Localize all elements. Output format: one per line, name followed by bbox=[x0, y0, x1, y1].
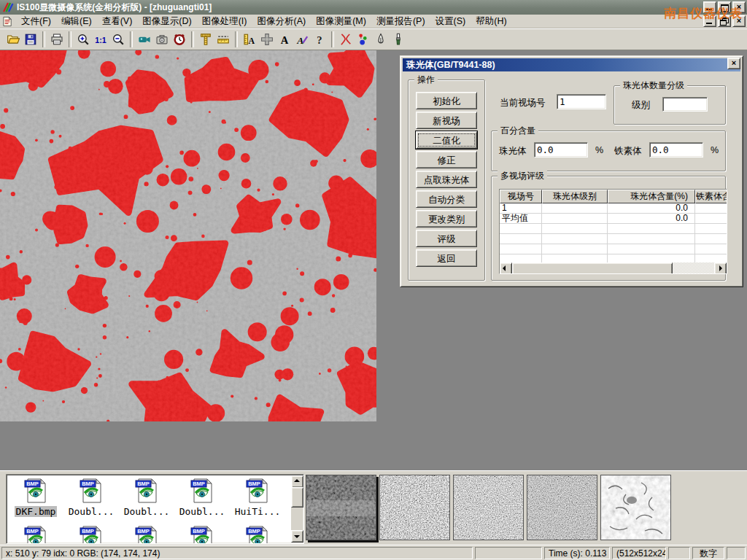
pearlite-percent-input[interactable]: 0.0 bbox=[534, 142, 588, 158]
actual-size-button[interactable]: 1:1 bbox=[92, 31, 109, 49]
printer-icon bbox=[50, 33, 63, 46]
init-button[interactable]: 初始化 bbox=[416, 92, 477, 109]
pick-pearlite-button[interactable]: 点取珠光体 bbox=[416, 171, 477, 188]
file-name[interactable]: DKF.bmp bbox=[15, 506, 58, 517]
grade-button[interactable]: 评级 bbox=[416, 230, 477, 247]
file-item[interactable] bbox=[63, 524, 119, 544]
menu-help[interactable]: 帮助(H) bbox=[471, 15, 511, 28]
col-pearlite-grade[interactable]: 珠光体级别 bbox=[542, 190, 608, 203]
window-minimize-button[interactable] bbox=[703, 1, 716, 13]
thumbnail-3[interactable] bbox=[453, 475, 524, 540]
caliper-measure-button[interactable] bbox=[197, 31, 214, 49]
scrollbar-thumb[interactable] bbox=[291, 487, 303, 508]
mdi-restore-button[interactable] bbox=[718, 15, 731, 27]
rating-table[interactable]: 视场号 珠光体级别 珠光体含量(%) 铁素体含量(%) 1 0.0 平均值 bbox=[499, 189, 727, 274]
annotate-button[interactable]: A bbox=[293, 31, 311, 49]
change-class-button[interactable]: 更改类别 bbox=[416, 210, 477, 228]
operation-group-label: 操作 bbox=[414, 74, 438, 86]
file-item[interactable]: HuiTi... bbox=[230, 477, 285, 518]
document-icon[interactable] bbox=[2, 16, 13, 27]
specimen-image[interactable] bbox=[0, 50, 376, 421]
table-row[interactable] bbox=[500, 224, 727, 234]
scroll-up-button[interactable] bbox=[291, 475, 303, 488]
binarize-button[interactable]: 二值化 bbox=[416, 131, 477, 149]
grid-button[interactable] bbox=[258, 31, 276, 49]
thumbnail-1[interactable] bbox=[306, 475, 376, 540]
window-maximize-button[interactable] bbox=[718, 1, 731, 13]
col-pearlite-pct[interactable]: 珠光体含量(%) bbox=[608, 190, 695, 203]
pen-tool-button[interactable] bbox=[372, 31, 390, 49]
zoom-in-button[interactable] bbox=[74, 31, 92, 49]
col-field-no[interactable]: 视场号 bbox=[500, 190, 542, 203]
menu-measure-report[interactable]: 测量报告(P) bbox=[371, 15, 430, 28]
file-item[interactable] bbox=[119, 524, 174, 544]
help-button[interactable]: ? bbox=[311, 31, 328, 49]
scroll-right-button[interactable] bbox=[714, 262, 727, 274]
menu-settings[interactable]: 设置(S) bbox=[430, 15, 471, 28]
menu-file[interactable]: 文件(F) bbox=[16, 15, 56, 28]
zoom-out-button[interactable] bbox=[109, 31, 127, 49]
file-item[interactable]: DKF.bmp bbox=[8, 477, 63, 518]
snapshot-button[interactable] bbox=[153, 31, 171, 49]
timer-button[interactable] bbox=[171, 31, 188, 49]
thumbnail-5[interactable] bbox=[600, 475, 671, 540]
open-button[interactable] bbox=[4, 31, 22, 49]
mdi-close-button[interactable]: × bbox=[732, 15, 746, 27]
file-item[interactable] bbox=[230, 524, 285, 544]
scrollbar-track[interactable] bbox=[673, 262, 714, 273]
file-name[interactable]: HuiTi... bbox=[233, 506, 282, 517]
auto-classify-button[interactable]: 自动分类 bbox=[416, 190, 477, 208]
curve-tool-button[interactable] bbox=[337, 31, 355, 49]
table-row[interactable] bbox=[500, 234, 727, 244]
menu-image-display[interactable]: 图像显示(D) bbox=[137, 15, 196, 28]
table-row[interactable] bbox=[500, 244, 727, 254]
operation-group: 操作 初始化 新视场 二值化 修正 点取珠光体 自动分类 更改类别 评级 返回 bbox=[408, 79, 485, 281]
table-row[interactable]: 1 0.0 bbox=[500, 203, 727, 214]
table-horizontal-scrollbar[interactable] bbox=[500, 262, 727, 273]
menu-image-measure[interactable]: 图像测量(M) bbox=[311, 15, 371, 28]
text-tool-button[interactable]: A bbox=[276, 31, 293, 49]
correct-button[interactable]: 修正 bbox=[416, 151, 477, 168]
window-close-button[interactable]: × bbox=[732, 1, 746, 13]
thumbnail-4[interactable] bbox=[527, 475, 597, 540]
scrollbar-thumb[interactable] bbox=[512, 262, 673, 274]
scroll-left-button[interactable] bbox=[500, 262, 512, 274]
save-button[interactable] bbox=[22, 31, 39, 49]
file-item[interactable]: Doubl... bbox=[63, 477, 119, 518]
rating-table-header: 视场号 珠光体级别 珠光体含量(%) 铁素体含量(%) bbox=[500, 190, 727, 203]
print-button[interactable] bbox=[48, 31, 66, 49]
menu-edit[interactable]: 编辑(E) bbox=[56, 15, 97, 28]
file-item[interactable] bbox=[174, 524, 230, 544]
file-item[interactable]: Doubl... bbox=[174, 477, 230, 518]
return-button[interactable]: 返回 bbox=[416, 249, 477, 267]
file-name[interactable]: Doubl... bbox=[123, 506, 171, 517]
measure-text-button[interactable]: A bbox=[241, 31, 258, 49]
file-list-scrollbar[interactable] bbox=[291, 475, 303, 542]
brush-tool-button[interactable] bbox=[390, 31, 407, 49]
mdi-minimize-button[interactable] bbox=[703, 15, 716, 27]
file-name[interactable]: Doubl... bbox=[67, 506, 116, 517]
table-row[interactable]: 平均值 0.0 bbox=[500, 214, 727, 224]
scroll-down-button[interactable] bbox=[291, 530, 303, 542]
grade-level-input[interactable] bbox=[662, 97, 708, 112]
thumbnail-2[interactable] bbox=[379, 475, 450, 540]
dialog-close-button[interactable]: × bbox=[727, 58, 740, 69]
dialog-title-bar[interactable]: 珠光体(GB/T9441-88) bbox=[403, 58, 740, 71]
toolbar-separator bbox=[130, 31, 133, 47]
menu-image-analysis[interactable]: 图像分析(A) bbox=[252, 15, 311, 28]
file-item[interactable]: Doubl... bbox=[119, 477, 174, 518]
ruler-measure-button[interactable] bbox=[214, 31, 232, 49]
classify-button[interactable] bbox=[355, 31, 372, 49]
video-capture-button[interactable] bbox=[136, 31, 153, 49]
bmp-file-icon bbox=[134, 524, 159, 544]
col-ferrite-pct[interactable]: 铁素体含量(%) bbox=[695, 190, 727, 203]
cursor-position-status: x: 510 y: 79 idx: 0 RGB: (174, 174, 174) bbox=[1, 547, 473, 559]
file-list[interactable]: DKF.bmp Doubl... Doubl... Doubl... HuiTi… bbox=[6, 474, 304, 544]
file-name[interactable]: Doubl... bbox=[178, 506, 227, 517]
new-field-button[interactable]: 新视场 bbox=[416, 112, 477, 129]
menu-view[interactable]: 查看(V) bbox=[97, 15, 138, 28]
current-view-input[interactable]: 1 bbox=[557, 94, 606, 109]
file-item[interactable] bbox=[8, 524, 63, 544]
ferrite-percent-input[interactable]: 0.0 bbox=[649, 142, 703, 158]
menu-image-process[interactable]: 图像处理(I) bbox=[197, 15, 252, 28]
